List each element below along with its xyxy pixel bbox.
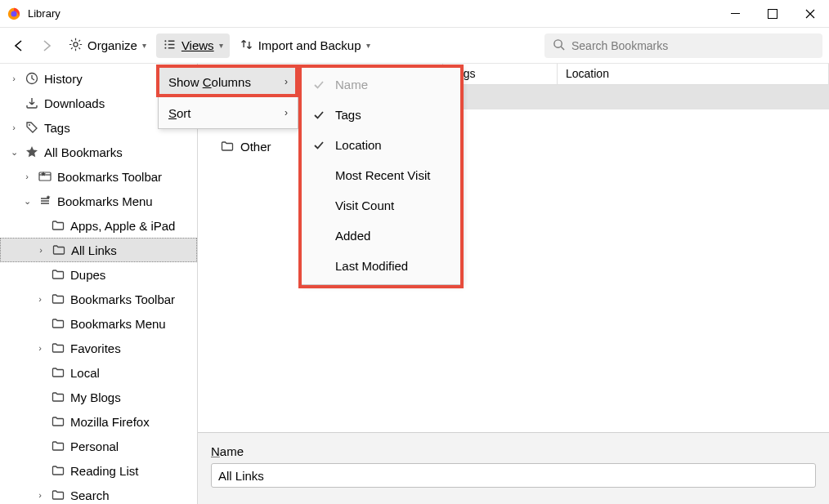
menu-item-label: Location	[335, 138, 382, 152]
forward-button[interactable]	[34, 33, 59, 58]
chevron-right-icon[interactable]: ›	[34, 490, 46, 500]
folder-icon	[51, 341, 65, 355]
menu-item[interactable]: Location	[301, 130, 461, 160]
folder-icon	[51, 316, 65, 331]
chevron-right-icon[interactable]: ›	[34, 294, 46, 304]
chevron-down-icon[interactable]: ⌄	[21, 196, 33, 207]
chevron-right-icon[interactable]: ›	[8, 74, 20, 83]
chevron-right-icon[interactable]: ›	[21, 172, 33, 181]
sidebar-item-label: Personal	[70, 439, 119, 453]
sidebar-item-label: Bookmarks Menu	[57, 194, 153, 208]
maximize-button[interactable]	[754, 0, 791, 28]
col-location[interactable]: Location	[558, 64, 829, 84]
import-export-icon	[240, 38, 253, 54]
menu-item[interactable]: Added	[301, 221, 461, 251]
sidebar-item-label: My Blogs	[70, 390, 121, 404]
svg-point-1	[11, 11, 16, 16]
titlebar: Library	[0, 0, 829, 28]
search-icon	[553, 38, 565, 53]
tag-icon	[25, 120, 39, 135]
organize-button[interactable]: Organize ▾	[62, 33, 153, 58]
import-backup-button[interactable]: Import and Backup ▾	[233, 33, 377, 58]
svg-point-8	[29, 124, 30, 126]
menu-item[interactable]: Most Recent Visit	[301, 160, 461, 190]
show-columns-submenu: NameTagsLocationMost Recent VisitVisit C…	[300, 65, 462, 285]
sidebar-item-label: All Bookmarks	[44, 145, 123, 159]
search-placeholder: Search Bookmarks	[571, 39, 668, 52]
menu-item-label: Name	[335, 78, 368, 91]
gear-icon	[69, 38, 83, 54]
folder-icon	[51, 439, 65, 453]
views-menu: Show Columns›Sort›	[158, 65, 298, 129]
toolbar: Organize ▾ Views ▾ Import and Backup ▾ S…	[0, 28, 829, 64]
chevron-down-icon: ▾	[366, 41, 370, 50]
sidebar-item-label: Mozilla Firefox	[70, 415, 150, 429]
name-field-label: Name	[211, 444, 816, 458]
firefox-logo-icon	[7, 7, 21, 21]
sidebar-item[interactable]: ›Apps, Apple & iPad	[0, 213, 197, 238]
sidebar-item[interactable]: ›Reading List	[0, 458, 197, 483]
menu-item[interactable]: Show Columns›	[159, 66, 298, 97]
sidebar-item[interactable]: ›Search	[0, 483, 197, 504]
views-button[interactable]: Views ▾	[156, 33, 230, 58]
folder-icon	[51, 365, 65, 380]
menu-item[interactable]: Tags	[301, 100, 461, 130]
sidebar-item-label: Bookmarks Menu	[70, 317, 166, 331]
svg-point-2	[74, 42, 78, 46]
download-icon	[25, 96, 39, 110]
menu-item: Name	[301, 69, 461, 100]
sidebar-item[interactable]: ›Bookmarks Menu	[0, 311, 197, 336]
list-icon	[163, 38, 177, 54]
sidebar-item[interactable]: ⌄Bookmarks Menu	[0, 189, 197, 213]
sidebar-item[interactable]: ›Local	[0, 360, 197, 385]
svg-point-6	[554, 39, 562, 47]
sidebar-item[interactable]: ›Mozilla Firefox	[0, 409, 197, 434]
svg-point-3	[164, 40, 166, 42]
sidebar-item[interactable]: ›Favorites	[0, 336, 197, 360]
close-button[interactable]	[791, 0, 829, 28]
menu-item-label: Visit Count	[335, 198, 394, 212]
sidebar-item[interactable]: ›All Links	[0, 238, 197, 262]
menu-item-label: Added	[335, 229, 370, 243]
sidebar-item-label: Bookmarks Toolbar	[57, 170, 162, 184]
chevron-right-icon[interactable]: ›	[35, 245, 47, 255]
sidebar-item[interactable]: ›Bookmarks Toolbar	[0, 287, 197, 311]
organize-label: Organize	[87, 38, 137, 52]
sidebar-item[interactable]: ›Personal	[0, 434, 197, 458]
sidebar-item[interactable]: ›Bookmarks Toolbar	[0, 164, 197, 189]
minimize-button[interactable]	[716, 0, 754, 28]
chevron-right-icon[interactable]: ›	[8, 123, 20, 132]
menu-item[interactable]: Last Modified	[301, 251, 461, 281]
menu-item-label: Last Modified	[335, 259, 408, 273]
sidebar-item-label: Apps, Apple & iPad	[70, 219, 175, 233]
chevron-right-icon[interactable]: ›	[34, 343, 46, 353]
table-row[interactable]: Other	[198, 134, 829, 158]
svg-point-5	[164, 47, 166, 48]
menu-item[interactable]: Sort›	[159, 97, 298, 128]
folder-icon	[52, 243, 66, 257]
sidebar-item[interactable]: ›Dupes	[0, 262, 197, 287]
folder-icon	[51, 292, 65, 306]
back-button[interactable]	[7, 33, 31, 58]
details-pane: Name	[198, 432, 829, 504]
sidebar-item[interactable]: ›My Blogs	[0, 385, 197, 409]
sidebar-item[interactable]: ⌄All Bookmarks	[0, 140, 197, 164]
sidebar-item-label: Downloads	[44, 96, 105, 110]
row-label: Other	[240, 140, 271, 154]
chevron-down-icon[interactable]: ⌄	[8, 147, 20, 158]
check-icon	[312, 79, 325, 91]
menu-item-label: Sort	[168, 106, 191, 120]
sidebar-item-label: Tags	[44, 121, 70, 135]
search-input[interactable]: Search Bookmarks	[544, 33, 822, 58]
sidebar-item-label: Search	[70, 488, 110, 502]
check-icon	[312, 140, 325, 151]
menu-item[interactable]: Visit Count	[301, 190, 461, 221]
bmmenu-icon	[38, 194, 52, 208]
sidebar[interactable]: ›History›Downloads›Tags⌄All Bookmarks›Bo…	[0, 64, 198, 504]
folder-icon	[51, 463, 65, 478]
name-field[interactable]	[211, 463, 816, 488]
folder-icon	[51, 267, 65, 282]
sidebar-item-label: Bookmarks Toolbar	[70, 292, 175, 306]
chevron-right-icon: ›	[285, 107, 288, 118]
folder-icon	[51, 390, 65, 404]
